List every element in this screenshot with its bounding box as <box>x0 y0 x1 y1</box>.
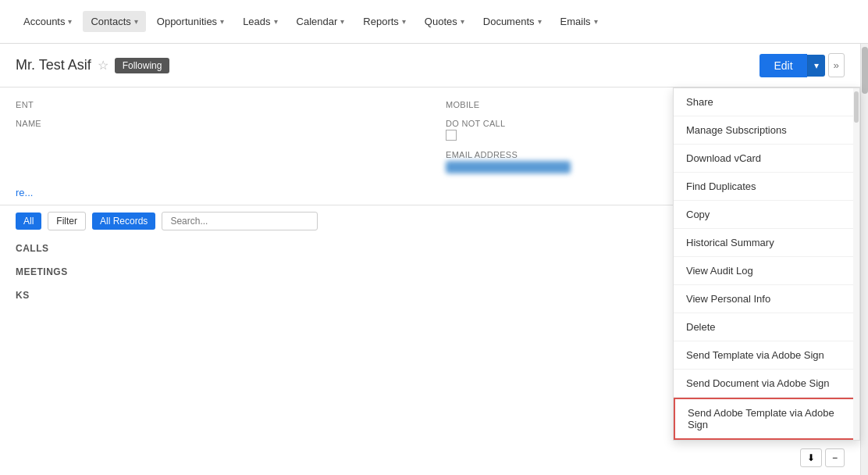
expand-button[interactable]: » <box>828 53 845 77</box>
all-button[interactable]: All <box>16 212 41 230</box>
dropdown-item-send-template-adobe-sign[interactable]: Send Template via Adobe Sign <box>674 341 859 370</box>
edit-dropdown-button[interactable]: ▾ <box>807 55 825 77</box>
dropdown-item-send-adobe-template[interactable]: Send Adobe Template via Adobe Sign <box>674 398 859 440</box>
following-badge[interactable]: Following <box>115 58 170 73</box>
nav-label-documents: Documents <box>483 16 535 27</box>
filter-button[interactable]: Filter <box>48 212 86 230</box>
dropdown-item-manage-subscriptions[interactable]: Manage Subscriptions <box>674 116 859 145</box>
chevron-down-icon: ▾ <box>594 17 598 26</box>
nav-item-opportunities[interactable]: Opportunities ▾ <box>149 11 232 32</box>
record-title-group: Mr. Test Asif ☆ Following <box>16 57 169 73</box>
bottom-icons: ⬇ − <box>800 448 845 467</box>
nav-label-opportunities: Opportunities <box>157 16 217 27</box>
chevron-down-icon: ▾ <box>402 17 406 26</box>
chevron-down-icon: ▾ <box>461 17 464 26</box>
chevron-down-icon: ▾ <box>134 17 138 26</box>
dropdown-scrollbar[interactable] <box>853 88 859 440</box>
nav-label-calendar: Calendar <box>297 16 338 27</box>
edit-button-group: Edit ▾ » <box>760 53 845 77</box>
nav-label-leads: Leads <box>243 16 270 27</box>
email-value <box>446 161 571 173</box>
nav-item-accounts[interactable]: Accounts ▾ <box>16 11 80 32</box>
nav-item-documents[interactable]: Documents ▾ <box>475 11 550 32</box>
chevron-down-icon: ▾ <box>68 17 72 26</box>
do-not-call-checkbox[interactable] <box>446 130 457 141</box>
edit-button[interactable]: Edit <box>760 54 806 77</box>
download-icon[interactable]: ⬇ <box>800 448 822 467</box>
dropdown-item-delete[interactable]: Delete <box>674 313 859 341</box>
top-navigation: Accounts ▾ Contacts ▾ Opportunities ▾ Le… <box>0 0 868 44</box>
ent-label: ent <box>16 100 414 109</box>
main-area: Mr. Test Asif ☆ Following Edit ▾ » ent M… <box>0 44 868 475</box>
field-ent: ent <box>16 100 414 109</box>
all-records-button[interactable]: All Records <box>92 212 155 230</box>
chevron-down-icon: ▾ <box>274 17 278 26</box>
field-name: Name <box>16 119 414 141</box>
nav-label-emails: Emails <box>560 16 591 27</box>
record-header: Mr. Test Asif ☆ Following Edit ▾ » <box>0 44 860 88</box>
dropdown-item-share[interactable]: Share <box>674 88 859 116</box>
nav-item-leads[interactable]: Leads ▾ <box>235 11 285 32</box>
nav-item-calendar[interactable]: Calendar ▾ <box>289 11 353 32</box>
record-name: Mr. Test Asif <box>16 57 91 73</box>
nav-item-quotes[interactable]: Quotes ▾ <box>417 11 472 32</box>
nav-item-emails[interactable]: Emails ▾ <box>553 11 606 32</box>
nav-item-contacts[interactable]: Contacts ▾ <box>83 11 145 32</box>
dropdown-item-send-document-adobe-sign[interactable]: Send Document via Adobe Sign <box>674 370 859 398</box>
more-link[interactable]: re... <box>16 187 33 198</box>
dropdown-item-view-audit-log[interactable]: View Audit Log <box>674 257 859 285</box>
dropdown-item-copy[interactable]: Copy <box>674 201 859 229</box>
name-label: Name <box>16 119 414 128</box>
dropdown-menu: Share Manage Subscriptions Download vCar… <box>673 88 860 441</box>
nav-label-reports: Reports <box>363 16 399 27</box>
nav-label-accounts: Accounts <box>23 16 65 27</box>
dropdown-item-historical-summary[interactable]: Historical Summary <box>674 229 859 257</box>
dropdown-item-view-personal-info[interactable]: View Personal Info <box>674 285 859 313</box>
nav-label-contacts: Contacts <box>91 16 130 27</box>
chevron-down-icon: ▾ <box>538 17 542 26</box>
minus-icon[interactable]: − <box>825 448 845 467</box>
dropdown-item-find-duplicates[interactable]: Find Duplicates <box>674 173 859 201</box>
dropdown-scroll-thumb <box>854 91 859 123</box>
dropdown-item-download-vcard[interactable]: Download vCard <box>674 145 859 173</box>
nav-label-quotes: Quotes <box>425 16 457 27</box>
nav-item-reports[interactable]: Reports ▾ <box>355 11 414 32</box>
chevron-down-icon: ▾ <box>340 17 344 26</box>
scrollbar-track[interactable] <box>860 44 868 475</box>
search-input[interactable] <box>162 212 318 230</box>
chevron-down-icon: ▾ <box>220 17 224 26</box>
scrollbar-thumb <box>862 47 868 94</box>
star-icon[interactable]: ☆ <box>98 58 108 73</box>
